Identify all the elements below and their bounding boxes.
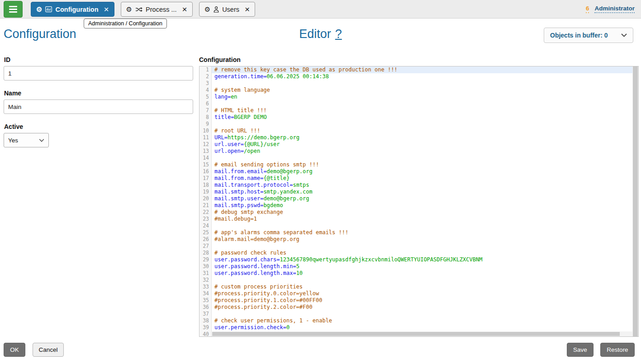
code-text [212, 80, 638, 87]
editor-line[interactable]: 11URL=https://demo.bgerp.org [199, 134, 638, 141]
code-text: # app's alarms comma separated emails !!… [212, 229, 638, 236]
line-number: 24 [199, 222, 212, 229]
line-number: 5 [199, 94, 212, 100]
editor-line[interactable]: 10# root URL !!! [199, 128, 638, 134]
code-text [212, 243, 638, 250]
editor-line[interactable]: 9 [199, 121, 638, 128]
id-field[interactable] [4, 66, 193, 80]
save-button[interactable]: Save [567, 343, 594, 357]
editor-line[interactable]: 4# system language [199, 87, 638, 94]
editor-line[interactable]: 6 [199, 100, 638, 107]
editor-line[interactable]: 3 [199, 80, 638, 87]
ok-button[interactable]: OK [4, 343, 25, 357]
code-text: # password check rules [212, 250, 638, 256]
line-number: 10 [199, 128, 212, 134]
editor-line[interactable]: 22# debug smtp exchange [199, 209, 638, 216]
editor-line[interactable]: 5lang=en [199, 94, 638, 100]
user-icon [214, 6, 219, 13]
line-number: 26 [199, 236, 212, 243]
editor-line[interactable]: 39user.permission.check=0 [199, 324, 638, 331]
editor-line[interactable]: 34#process.priority.0.color=yellow [199, 290, 638, 297]
active-select[interactable]: Yes [4, 133, 49, 147]
line-number: 25 [199, 229, 212, 236]
close-icon[interactable]: × [104, 5, 109, 14]
horizontal-scrollbar[interactable] [212, 331, 632, 336]
config-form: ID Name Active Yes [4, 56, 193, 147]
editor-line[interactable]: 31user.password.length.max=10 [199, 270, 638, 277]
line-number: 6 [199, 100, 212, 107]
editor-line[interactable]: 21mail.smtp.pswd=bgdemo [199, 202, 638, 209]
code-text: # root URL !!! [212, 128, 638, 134]
editor-line[interactable]: 16mail.from.email=demo@bgerp.org [199, 168, 638, 175]
tab-label: Users [222, 6, 239, 13]
editor-line[interactable]: 25# app's alarms comma separated emails … [199, 229, 638, 236]
editor-line[interactable]: 36#process.priority.2.color=#F00 [199, 304, 638, 311]
gear-icon: ⚙ [126, 6, 132, 13]
line-number: 27 [199, 243, 212, 250]
close-icon[interactable]: × [182, 5, 187, 14]
chevron-down-icon [621, 33, 627, 37]
tab-bar: ⚙Configuration×⚙Process ...×⚙Users× [31, 2, 255, 17]
editor-line[interactable]: 38# check user permissions, 1 - enable [199, 317, 638, 324]
editor-line[interactable]: 2generation.time=06.06.2025 00:14:38 [199, 73, 638, 80]
editor-line[interactable]: 37 [199, 311, 638, 317]
notification-count[interactable]: 6 [586, 5, 589, 13]
vertical-scrollbar-thumb[interactable] [633, 66, 638, 336]
line-number: 37 [199, 311, 212, 317]
line-number: 31 [199, 270, 212, 277]
editor-line[interactable]: 1# remove this key case the DB used as p… [199, 66, 638, 73]
code-text: url.user={@URL}/user [212, 141, 638, 148]
editor-line[interactable]: 24 [199, 222, 638, 229]
editor-line[interactable]: 23#mail.debug=1 [199, 216, 638, 222]
editor-line[interactable]: 30user.password.length.min=5 [199, 263, 638, 270]
editor-line[interactable]: 12url.user={@URL}/user [199, 141, 638, 148]
editor-line[interactable]: 20mail.smtp.user=demo@bgerp.org [199, 195, 638, 202]
editor-line[interactable]: 28# password check rules [199, 250, 638, 256]
editor-line[interactable]: 13url.open=/open [199, 148, 638, 155]
editor-line[interactable]: 15# email sending options smtp !!! [199, 161, 638, 168]
name-field[interactable] [4, 99, 193, 114]
code-editor[interactable]: 1# remove this key case the DB used as p… [199, 66, 639, 337]
line-number: 39 [199, 324, 212, 331]
current-user-link[interactable]: Administrator [594, 5, 635, 13]
id-label: ID [4, 56, 193, 63]
code-text: # debug smtp exchange [212, 209, 638, 216]
editor-line[interactable]: 32 [199, 277, 638, 284]
editor-line[interactable]: 29user.password.chars=1234567890qwertyup… [199, 256, 638, 263]
code-text: #process.priority.1.color=#00FF00 [212, 297, 638, 304]
vertical-scrollbar[interactable] [632, 66, 638, 336]
gear-icon: ⚙ [36, 6, 42, 13]
editor-line[interactable]: 14 [199, 155, 638, 161]
code-text: # remove this key case the DB used as pr… [212, 66, 638, 73]
help-link[interactable]: ? [335, 27, 342, 41]
close-icon[interactable]: × [245, 5, 250, 14]
code-text [212, 155, 638, 161]
line-number: 36 [199, 304, 212, 311]
tab-users[interactable]: ⚙Users× [199, 2, 255, 17]
editor-line[interactable]: 18mail.transport.protocol=smtps [199, 182, 638, 189]
tab-tooltip: Administration / Configuration [84, 19, 167, 28]
tab-process[interactable]: ⚙Process ...× [121, 2, 193, 17]
editor-line[interactable]: 19mail.smtp.host=smtp.yandex.com [199, 189, 638, 195]
horizontal-scrollbar-thumb[interactable] [212, 332, 620, 336]
editor-line[interactable]: 17mail.from.name={@title} [199, 175, 638, 182]
line-number: 3 [199, 80, 212, 87]
restore-button[interactable]: Restore [600, 343, 635, 357]
objects-buffer-dropdown[interactable]: Objects in buffer: 0 [544, 28, 633, 43]
main-menu-button[interactable] [4, 1, 23, 18]
line-number: 38 [199, 317, 212, 324]
line-number: 2 [199, 73, 212, 80]
editor-line[interactable]: 33# custom process priorities [199, 284, 638, 290]
cancel-button[interactable]: Cancel [33, 343, 64, 357]
editor-line[interactable]: 8title=BGERP DEMO [199, 114, 638, 121]
editor-line[interactable]: 35#process.priority.1.color=#00FF00 [199, 297, 638, 304]
line-number: 18 [199, 182, 212, 189]
line-number: 40 [199, 331, 212, 337]
editor-line[interactable]: 26#alarm.mail=demo@bgerp.org [199, 236, 638, 243]
code-text: user.password.length.min=5 [212, 263, 638, 270]
code-text: URL=https://demo.bgerp.org [212, 134, 638, 141]
tab-configuration[interactable]: ⚙Configuration× [31, 2, 114, 17]
editor-line[interactable]: 7# HTML title !!! [199, 107, 638, 114]
editor-line[interactable]: 27 [199, 243, 638, 250]
active-select-value: Yes [8, 137, 18, 144]
